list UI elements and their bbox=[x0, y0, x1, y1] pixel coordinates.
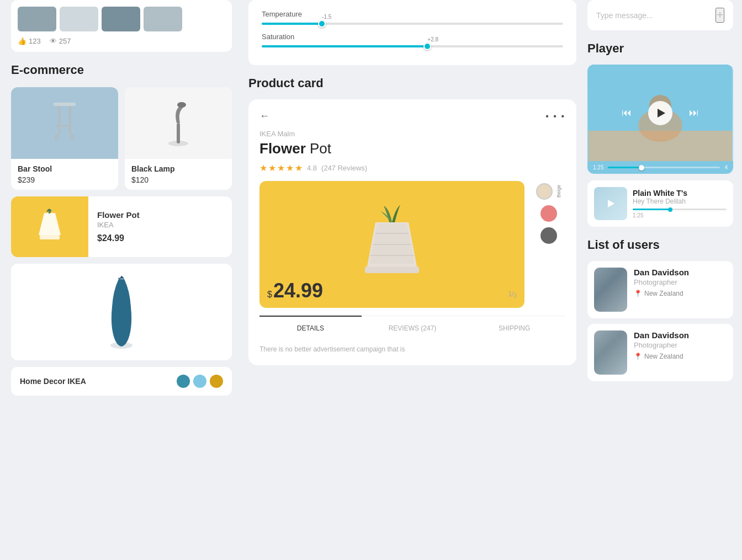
user-role-1: Photographer bbox=[634, 278, 727, 286]
mini-progress-fill bbox=[633, 209, 670, 210]
star-5: ★ bbox=[295, 163, 303, 173]
swatch-teal[interactable] bbox=[177, 375, 190, 388]
swatches-title: Home Decor IKEA bbox=[20, 377, 86, 386]
svg-rect-17 bbox=[365, 266, 419, 273]
message-add-button[interactable]: + bbox=[716, 8, 724, 23]
stool-image bbox=[11, 87, 118, 159]
svg-rect-7 bbox=[177, 123, 180, 143]
avatar-placeholder-2 bbox=[594, 330, 627, 375]
product-name-bold: Flower bbox=[259, 140, 306, 157]
user-location-text-1: New Zealand bbox=[644, 290, 683, 297]
svg-marker-13 bbox=[369, 223, 415, 264]
play-icon bbox=[658, 109, 665, 118]
temperature-row: Temperature -1.5 bbox=[262, 10, 563, 25]
user-name-2: Dan Davidson bbox=[634, 330, 727, 340]
stool-name-rest: Stool bbox=[30, 164, 52, 173]
star-rating: ★ ★ ★ ★ ★ bbox=[259, 163, 303, 173]
player-progress-track[interactable] bbox=[608, 167, 720, 168]
product-heading: Flower Pot bbox=[259, 140, 565, 157]
swatch-gold[interactable] bbox=[210, 375, 223, 388]
message-placeholder: Type message... bbox=[596, 11, 653, 20]
product-pot-svg bbox=[356, 195, 428, 294]
next-button[interactable]: ⏭ bbox=[689, 107, 699, 119]
saturation-thumb[interactable] bbox=[423, 42, 431, 50]
price-amount: 24.99 bbox=[273, 279, 323, 302]
temperature-text: Temperature bbox=[262, 10, 302, 18]
product-card-lamp[interactable]: Black Lamp $120 bbox=[125, 87, 232, 190]
play-button[interactable] bbox=[648, 101, 672, 125]
temperature-value: -1.5 bbox=[322, 14, 331, 20]
color-beige[interactable] bbox=[536, 183, 553, 200]
saturation-value: +2.8 bbox=[427, 36, 438, 42]
location-icon-1: 📍 bbox=[634, 290, 642, 297]
mini-player[interactable]: Plain White T's Hey There Delilah 1:25 bbox=[587, 180, 733, 227]
user-avatar-1 bbox=[594, 268, 627, 312]
color-swatches bbox=[177, 375, 223, 388]
svg-rect-0 bbox=[54, 103, 76, 106]
saturation-track[interactable]: +2.8 bbox=[262, 45, 563, 47]
likes-stat: 👍 123 bbox=[18, 37, 41, 45]
player-progress-bar: 1:25 4 bbox=[587, 161, 733, 174]
social-stats: 👍 123 👁 257 bbox=[18, 37, 225, 45]
prev-button[interactable]: ⏮ bbox=[622, 107, 632, 119]
page-indicator: 1/3 bbox=[508, 290, 517, 299]
svg-rect-1 bbox=[58, 106, 61, 134]
player-controls: ⏮ ⏭ bbox=[587, 101, 733, 125]
svg-point-8 bbox=[177, 102, 186, 108]
player-progress-fill bbox=[608, 167, 642, 168]
mini-progress-dot bbox=[668, 207, 672, 212]
vase-svg bbox=[102, 274, 141, 351]
color-pink[interactable] bbox=[540, 205, 557, 222]
back-button[interactable]: ← bbox=[259, 110, 269, 122]
temperature-fill bbox=[262, 23, 322, 25]
flower-pot-image bbox=[11, 196, 88, 257]
stool-price: $239 bbox=[18, 175, 112, 184]
mini-song: Plain White T's bbox=[633, 189, 727, 198]
product-detail-card: ← • • • IKEA Malm Flower Pot ★ ★ ★ ★ ★ 4… bbox=[248, 99, 576, 365]
rating-reviews: (247 Reviews) bbox=[321, 164, 367, 172]
color-gray[interactable] bbox=[540, 227, 557, 244]
star-2: ★ bbox=[268, 163, 276, 173]
user-role-2: Photographer bbox=[634, 341, 727, 349]
user-card-2[interactable]: Dan Davidson Photographer 📍 New Zealand bbox=[587, 324, 733, 381]
tab-reviews[interactable]: REVIEWS (247) bbox=[362, 316, 464, 339]
product-card-stool[interactable]: Bar Stool $239 bbox=[11, 87, 118, 190]
player-title: Player bbox=[587, 41, 733, 56]
lamp-name-rest: Lamp bbox=[152, 164, 174, 173]
swatches-card[interactable]: Home Decor IKEA bbox=[11, 367, 232, 396]
flower-pot-price: $24.99 bbox=[97, 233, 140, 243]
vase-card[interactable] bbox=[11, 264, 232, 360]
views-count: 257 bbox=[59, 37, 71, 45]
page-total: 3 bbox=[513, 293, 517, 299]
like-icon: 👍 bbox=[18, 37, 26, 45]
message-input-area[interactable]: Type message... + bbox=[587, 0, 733, 30]
more-button[interactable]: • • • bbox=[545, 111, 565, 121]
svg-rect-10 bbox=[40, 235, 60, 239]
temperature-track[interactable]: -1.5 bbox=[262, 23, 563, 25]
page-current: 1 bbox=[508, 290, 512, 298]
mini-time: 1:25 bbox=[633, 212, 727, 218]
social-thumb-2 bbox=[60, 7, 98, 31]
player-time-end: 4 bbox=[724, 164, 728, 170]
lamp-image bbox=[125, 87, 232, 159]
stool-svg bbox=[48, 100, 81, 147]
social-thumb-1 bbox=[18, 7, 56, 31]
player-progress-dot bbox=[639, 165, 644, 170]
tab-details[interactable]: DETAILS bbox=[259, 316, 362, 339]
mini-player-thumb bbox=[594, 187, 627, 220]
social-card: 👍 123 👁 257 bbox=[11, 0, 232, 52]
tab-shipping[interactable]: SHIPPING bbox=[463, 316, 565, 339]
flower-pot-name-rest: Pot bbox=[124, 210, 139, 220]
star-3: ★ bbox=[277, 163, 285, 173]
flower-pot-svg bbox=[33, 207, 66, 246]
user-location-1: 📍 New Zealand bbox=[634, 290, 727, 297]
stool-name: Bar Stool bbox=[18, 164, 112, 173]
user-name-rest-2: Davidson bbox=[652, 330, 690, 340]
mini-progress-track[interactable] bbox=[633, 209, 727, 210]
user-card-1[interactable]: Dan Davidson Photographer 📍 New Zealand bbox=[587, 261, 733, 318]
temperature-thumb[interactable] bbox=[318, 20, 326, 28]
flower-pot-card[interactable]: Flower Pot IKEA $24.99 bbox=[11, 196, 232, 257]
lamp-name-bold: Black bbox=[131, 164, 152, 173]
swatch-blue[interactable] bbox=[193, 375, 206, 388]
flower-pot-name-bold: Flower bbox=[97, 210, 124, 220]
